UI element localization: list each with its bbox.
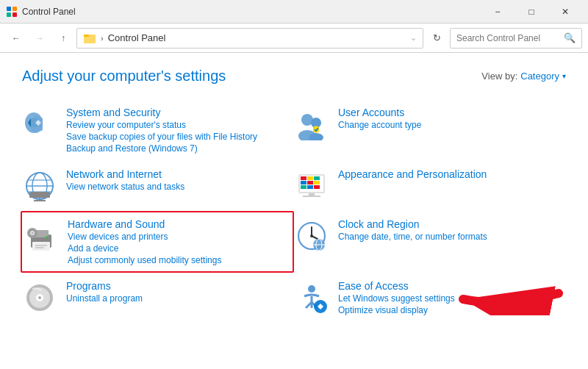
hardware-link-3[interactable]: Adjust commonly used mobility settings (68, 255, 221, 265)
hardware-content: Hardware and Sound View devices and prin… (68, 218, 221, 265)
back-button[interactable]: ← (6, 28, 26, 49)
system-security-name[interactable]: System and Security (66, 107, 257, 118)
clock-link-1[interactable]: Change date, time, or number formats (338, 232, 487, 242)
svg-point-40 (32, 232, 33, 234)
address-bar: ← → ↑ › Control Panel ⌄ ↻ 🔍 (0, 24, 588, 53)
appearance-icon (294, 168, 329, 204)
user-accounts-link-1[interactable]: Change account type (338, 120, 421, 130)
maximize-button[interactable]: □ (514, 0, 548, 24)
title-bar-text: Control Panel (22, 7, 481, 17)
folder-icon (83, 32, 96, 45)
svg-point-37 (46, 236, 49, 239)
search-icon: 🔍 (564, 32, 576, 43)
clock-name[interactable]: Clock and Region (338, 218, 487, 230)
hardware-icon (24, 218, 59, 254)
user-accounts-content: User Accounts Change account type (338, 107, 421, 130)
svg-rect-25 (307, 181, 313, 184)
svg-point-45 (310, 234, 313, 237)
programs-icon (22, 280, 57, 315)
ease-access-name[interactable]: Ease of Access (338, 280, 455, 292)
system-security-icon (22, 107, 57, 142)
user-accounts-name[interactable]: User Accounts (338, 107, 421, 118)
hardware-link-2[interactable]: Add a device (68, 243, 221, 254)
svg-point-52 (38, 296, 41, 299)
address-path[interactable]: › Control Panel ⌄ (76, 28, 423, 49)
svg-rect-28 (307, 185, 313, 189)
ease-access-link-2[interactable]: Optimize visual display (338, 305, 455, 315)
svg-rect-30 (309, 193, 315, 196)
svg-rect-3 (12, 12, 17, 17)
svg-rect-16 (29, 192, 50, 198)
svg-rect-27 (301, 185, 306, 189)
hardware-name[interactable]: Hardware and Sound (68, 218, 221, 230)
view-by-chevron[interactable]: ▾ (562, 72, 566, 80)
svg-rect-36 (35, 247, 44, 248)
system-security-link-2[interactable]: Save backup copies of your files with Fi… (66, 132, 257, 142)
view-by-value[interactable]: Category (520, 71, 559, 82)
svg-rect-31 (303, 196, 320, 197)
path-dropdown-chevron[interactable]: ⌄ (410, 33, 417, 43)
close-button[interactable]: ✕ (548, 0, 582, 24)
system-security-link-3[interactable]: Backup and Restore (Windows 7) (66, 143, 257, 154)
svg-rect-1 (12, 7, 17, 11)
category-clock: Clock and Region Change date, time, or n… (294, 211, 566, 273)
user-accounts-icon (294, 107, 329, 142)
refresh-button[interactable]: ↻ (426, 28, 447, 49)
ease-access-link-1[interactable]: Let Windows suggest settings (338, 293, 455, 304)
forward-button[interactable]: → (29, 28, 50, 49)
network-name[interactable]: Network and Internet (66, 168, 184, 180)
ease-access-icon (294, 280, 329, 315)
category-network: Network and Internet View network status… (22, 161, 294, 211)
category-appearance: Appearance and Personalization (294, 161, 566, 211)
system-security-link-1[interactable]: Review your computer's status (66, 120, 257, 130)
appearance-name[interactable]: Appearance and Personalization (338, 168, 487, 180)
search-input[interactable] (456, 33, 564, 43)
title-bar: Control Panel − □ ✕ (0, 0, 588, 24)
category-ease-access: Ease of Access Let Windows suggest setti… (294, 273, 566, 323)
ease-access-content: Ease of Access Let Windows suggest setti… (338, 280, 455, 315)
category-system-security: System and Security Review your computer… (22, 99, 294, 161)
programs-name[interactable]: Programs (66, 280, 143, 292)
minimize-button[interactable]: − (481, 0, 514, 24)
up-button[interactable]: ↑ (53, 28, 74, 49)
search-box[interactable]: 🔍 (450, 28, 582, 49)
svg-rect-0 (7, 7, 11, 11)
page-header: Adjust your computer's settings View by:… (22, 68, 566, 85)
svg-rect-29 (314, 185, 320, 189)
appearance-content: Appearance and Personalization (338, 168, 487, 180)
system-security-content: System and Security Review your computer… (66, 107, 257, 154)
title-bar-buttons: − □ ✕ (481, 0, 582, 24)
network-link-1[interactable]: View network status and tasks (66, 182, 184, 192)
view-by-label: View by: (481, 71, 517, 82)
clock-content: Clock and Region Change date, time, or n… (338, 218, 487, 242)
svg-rect-24 (301, 181, 306, 184)
path-chevron: › (101, 34, 104, 43)
svg-rect-22 (307, 176, 313, 180)
categories-grid: System and Security Review your computer… (22, 99, 566, 323)
clock-icon (294, 218, 329, 254)
hardware-link-1[interactable]: View devices and printers (68, 232, 221, 242)
network-icon (22, 168, 57, 204)
svg-rect-21 (301, 176, 306, 180)
control-panel-icon (6, 6, 18, 18)
main-content: Adjust your computer's settings View by:… (0, 53, 588, 369)
programs-link-1[interactable]: Uninstall a program (66, 293, 143, 304)
category-programs: Programs Uninstall a program (22, 273, 294, 323)
programs-content: Programs Uninstall a program (66, 280, 143, 304)
path-label: Control Panel (108, 32, 166, 43)
view-by-control: View by: Category ▾ (481, 71, 566, 82)
svg-rect-35 (35, 245, 47, 246)
svg-rect-2 (7, 12, 11, 17)
svg-rect-26 (314, 181, 320, 184)
svg-rect-5 (84, 35, 89, 37)
network-content: Network and Internet View network status… (66, 168, 184, 192)
category-user-accounts: User Accounts Change account type (294, 99, 566, 161)
svg-point-53 (308, 285, 315, 293)
svg-rect-23 (314, 176, 320, 180)
category-hardware: Hardware and Sound View devices and prin… (21, 211, 294, 273)
page-title: Adjust your computer's settings (22, 68, 226, 85)
